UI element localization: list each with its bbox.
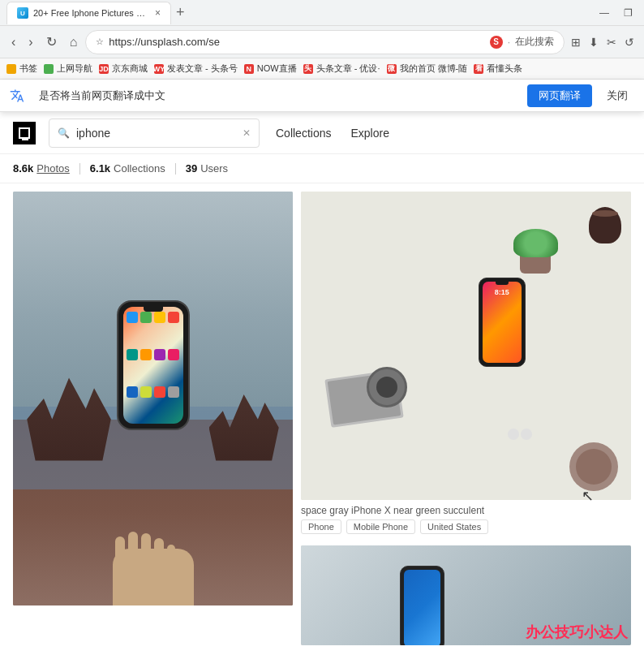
tab-explore[interactable]: Explore	[347, 127, 392, 140]
stat-collections[interactable]: 6.1k Collections	[90, 162, 165, 175]
caption-title: space gray iPhone X near green succulent	[301, 505, 631, 516]
search-icon: 🔍	[58, 127, 70, 139]
coffee-cup	[589, 207, 621, 243]
photo-column-right: 8:15	[301, 192, 631, 645]
earbud-left	[508, 429, 519, 440]
address-right-icons: S · 在此搜索	[490, 35, 554, 49]
translate-icon	[10, 88, 24, 103]
page-content: 🔍 iphone ✕ Collections Explore 8.6k Phot…	[0, 112, 644, 655]
stat-divider-1	[79, 163, 80, 175]
translate-button[interactable]: 网页翻译	[527, 84, 592, 107]
minimize-button[interactable]: —	[595, 6, 614, 20]
photo-item-left-main[interactable]	[13, 192, 293, 605]
bookmark-label: 看懂头条	[487, 62, 522, 75]
iphone-flatlay: 8:15	[479, 278, 526, 367]
bookmark-label: 京东商城	[112, 62, 148, 75]
grid-icon[interactable]: ⊞	[568, 32, 584, 52]
forward-button[interactable]: ›	[24, 32, 37, 53]
reload-button[interactable]: ↻	[41, 31, 62, 53]
address-bar[interactable]: ☆ https://unsplash.com/se S · 在此搜索	[85, 30, 565, 54]
window-controls: — ❐	[595, 6, 638, 20]
address-text: https://unsplash.com/se	[109, 36, 484, 48]
earbud-right	[521, 429, 532, 440]
iphone-body	[117, 300, 190, 430]
bookmark-item-weibo[interactable]: 微 我的首页 微博-随	[387, 62, 468, 75]
search-engine-icon: S	[490, 36, 503, 49]
flatlay-bg: 8:15	[301, 192, 631, 500]
cut-icon[interactable]: ✂	[603, 32, 620, 52]
star-icon: ☆	[96, 37, 104, 47]
finger-3	[141, 533, 151, 561]
watermark: 办公技巧小达人	[526, 623, 628, 642]
stat-users-label: Users	[200, 162, 228, 175]
app-icon-5	[127, 349, 138, 360]
bookmark-favicon-nav	[44, 64, 54, 74]
stat-users[interactable]: 39 Users	[186, 162, 228, 175]
bookmark-item-toutiao[interactable]: WY 发表文章 - 头条号	[154, 62, 238, 75]
app-icon-2	[140, 312, 152, 323]
photo-top-right-image[interactable]: 8:15	[301, 192, 631, 500]
finger-4	[154, 538, 164, 561]
iphone-screen	[123, 307, 183, 424]
search-placeholder-text: 在此搜索	[515, 35, 554, 49]
download-icon[interactable]: ⬇	[586, 32, 602, 52]
bookmark-label: 书签	[19, 62, 37, 75]
bookmark-item-now[interactable]: N NOW直播	[244, 62, 297, 75]
new-tab-button[interactable]: +	[176, 4, 185, 21]
stat-users-count: 39	[186, 162, 197, 175]
close-translation-button[interactable]: 关闭	[600, 85, 634, 106]
app-icon-12	[168, 386, 179, 398]
app-icon-1	[127, 312, 138, 323]
iphone-floating	[117, 300, 190, 430]
unsplash-header: 🔍 iphone ✕ Collections Explore	[0, 112, 644, 154]
finger-1	[115, 536, 125, 561]
bookmark-label: 我的首页 微博-随	[400, 62, 468, 75]
bookmark-favicon-jd: JD	[99, 64, 109, 74]
photo-grid: 8:15	[0, 183, 644, 653]
tag-phone[interactable]: Phone	[301, 519, 341, 534]
photo-item-top-right: 8:15	[301, 192, 631, 537]
iphone-notch	[144, 307, 163, 312]
bookmark-item-youset[interactable]: 头 头条文章 - 优设·	[303, 62, 380, 75]
tab-collections[interactable]: Collections	[273, 127, 334, 140]
bookmark-item-jd[interactable]: JD 京东商城	[99, 62, 148, 75]
caption-tags: Phone Mobile Phone United States	[301, 519, 631, 534]
bookmark-favicon-kandong: 看	[474, 64, 483, 74]
iphone-flatlay-screen: 8:15	[483, 282, 522, 363]
app-icon-3	[154, 312, 165, 323]
photo-caption: space gray iPhone X near green succulent…	[301, 500, 631, 537]
coffee-surface	[592, 210, 618, 217]
address-bar-row: ‹ › ↻ ⌂ ☆ https://unsplash.com/se S · 在此…	[0, 26, 644, 58]
browser-tab[interactable]: U 20+ Free Iphone Pictures on Uns... ×	[6, 2, 171, 24]
home-button[interactable]: ⌂	[65, 32, 83, 53]
bookmark-item-nav[interactable]: 上网导航	[44, 62, 92, 75]
succulent-plant	[513, 229, 558, 257]
tag-united-states[interactable]: United States	[420, 519, 488, 534]
search-input-value[interactable]: iphone	[76, 127, 236, 140]
succulent-pot	[513, 229, 558, 274]
app-icon-8	[168, 349, 179, 360]
bookmark-favicon-weibo: 微	[387, 64, 397, 74]
photo-column-left	[13, 192, 293, 645]
bookmark-label: NOW直播	[257, 62, 297, 75]
back-rotate-icon[interactable]: ↺	[621, 32, 638, 52]
toolbar-icons: ⊞ ⬇ ✂ ↺	[568, 32, 638, 52]
camera-lens-inner	[376, 377, 397, 398]
back-button[interactable]: ‹	[6, 32, 20, 53]
bookmark-item-bookmarks[interactable]: 书签	[6, 62, 37, 75]
restore-button[interactable]: ❐	[619, 6, 638, 20]
tab-close-button[interactable]: ×	[155, 7, 161, 19]
translation-bar: 是否将当前网页翻译成中文 网页翻译 关闭	[0, 80, 644, 112]
finger-2	[128, 532, 138, 561]
separator-icon: ·	[508, 37, 510, 48]
bookmark-item-kandong[interactable]: 看 看懂头条	[474, 62, 522, 75]
tab-bar: U 20+ Free Iphone Pictures on Uns... × +	[6, 0, 595, 25]
search-bar[interactable]: 🔍 iphone ✕	[49, 119, 260, 148]
tag-mobile-phone[interactable]: Mobile Phone	[346, 519, 415, 534]
unsplash-logo[interactable]	[13, 122, 36, 144]
stat-photos-label: Photos	[36, 162, 69, 175]
search-clear-button[interactable]: ✕	[243, 127, 251, 139]
stat-divider-2	[175, 163, 176, 175]
title-bar: U 20+ Free Iphone Pictures on Uns... × +…	[0, 0, 644, 26]
stat-photos[interactable]: 8.6k Photos	[13, 162, 70, 175]
